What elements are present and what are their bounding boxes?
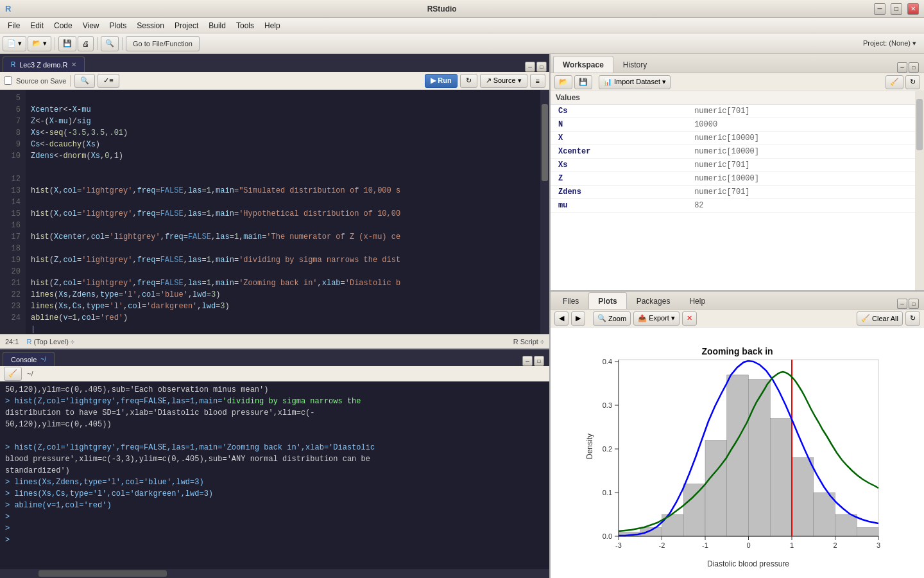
save-icon: 💾 (63, 39, 72, 48)
files-minimize-btn[interactable]: ─ (897, 299, 907, 309)
script-type[interactable]: R Script ÷ (513, 338, 544, 346)
source-button[interactable]: ↗ Source ▾ (480, 74, 527, 88)
editor-panel-controls: ─ □ (525, 62, 547, 72)
new-file-button[interactable]: 📄▾ (3, 36, 26, 51)
plot-back-button[interactable]: ◀ (554, 311, 569, 326)
table-row[interactable]: Zdensnumeric[701] (551, 186, 915, 199)
console-maximize-btn[interactable]: □ (534, 356, 544, 366)
var-type: numeric[701] (687, 105, 915, 118)
editor-options-button[interactable]: ≡ (530, 74, 545, 88)
editor-minimize-btn[interactable]: ─ (525, 62, 535, 72)
open-file-button[interactable]: 📂▾ (28, 36, 51, 51)
plots-tab[interactable]: Plots (588, 292, 626, 309)
files-tab[interactable]: Files (553, 292, 588, 309)
y-label-01: 0.1 (603, 489, 612, 496)
plot-container: Zooming back in (583, 340, 891, 565)
console-working-dir: ~/ (40, 356, 46, 363)
clear-plots-button[interactable]: 🧹 Clear All (857, 311, 903, 326)
editor-maximize-btn[interactable]: □ (536, 62, 547, 72)
var-type: numeric[10000] (687, 145, 915, 159)
project-label[interactable]: Project: (None) ▾ (863, 39, 921, 48)
table-row[interactable]: Xcenternumeric[10000] (551, 145, 915, 159)
workspace-minimize-btn[interactable]: ─ (897, 62, 907, 73)
print-button[interactable]: 🖨 (78, 36, 94, 51)
plot-title: Zooming back in (701, 346, 773, 356)
history-tab[interactable]: History (613, 56, 656, 73)
hist-bar-10 (814, 493, 835, 536)
save-button[interactable]: 💾 (58, 36, 76, 51)
console-line-3: distribution to have SD=1',xlab='Diastol… (5, 407, 544, 419)
workspace-tab[interactable]: Workspace (553, 56, 613, 73)
minimize-button[interactable]: ─ (874, 3, 886, 15)
clear-console-button[interactable]: 🧹 (4, 367, 22, 381)
menu-plots[interactable]: Plots (105, 20, 132, 31)
go-to-file-button[interactable]: Go to File/Function (126, 36, 200, 51)
console-horizontal-scrollbar[interactable] (0, 569, 549, 578)
find-button[interactable]: 🔍 (101, 36, 119, 51)
hist-bar-4 (683, 484, 705, 536)
menu-view[interactable]: View (78, 20, 105, 31)
main-toolbar: 📄▾ 📂▾ 💾 🖨 🔍 Go to File/Function Project:… (0, 33, 924, 54)
line-numbers: 56789 10 121314 1516171819 2021222324 (0, 90, 26, 334)
workspace-panel: Workspace History ─ □ 📂 💾 📊 Import Datas… (551, 54, 924, 292)
editor-scrollbar[interactable] (540, 90, 549, 334)
plot-forward-button[interactable]: ▶ (571, 311, 585, 326)
clear-workspace-button[interactable]: 🧹 (886, 75, 903, 89)
table-row[interactable]: mu82 (551, 199, 915, 213)
workspace-scrollbar[interactable] (915, 91, 924, 290)
save-ws-icon: 💾 (579, 78, 588, 86)
save-workspace-button[interactable]: 💾 (574, 75, 592, 89)
zoom-button[interactable]: 🔍 Zoom (593, 311, 631, 326)
menu-code[interactable]: Code (49, 20, 78, 31)
hist-bar-7 (749, 380, 771, 536)
editor-statusbar: 24:1 R (Top Level) ÷ R Script ÷ (0, 334, 549, 348)
re-run-button[interactable]: ↻ (460, 74, 477, 88)
table-row[interactable]: N10000 (551, 118, 915, 132)
maximize-button[interactable]: □ (891, 3, 902, 15)
table-row[interactable]: Znumeric[10000] (551, 172, 915, 186)
editor-tab-close[interactable]: ✕ (71, 61, 76, 68)
delete-icon: ✕ (687, 314, 692, 322)
spell-check-button[interactable]: ✓≡ (98, 74, 119, 88)
var-type: numeric[10000] (687, 172, 915, 186)
search-button[interactable]: 🔍 (74, 74, 95, 88)
code-content[interactable]: Xcenter<-X-mu Z<-(X-mu)/sig Xs<-seq(-3.5… (26, 90, 540, 334)
refresh-ws-icon: ↻ (910, 78, 916, 86)
menu-tools[interactable]: Tools (231, 20, 259, 31)
var-name: Cs (551, 105, 687, 118)
editor-tab-lec3[interactable]: R Lec3 Z demo.R ✕ (3, 57, 85, 72)
console-hscroll-thumb[interactable] (38, 570, 167, 577)
table-row[interactable]: Xnumeric[10000] (551, 132, 915, 145)
run-button[interactable]: ▶ Run (425, 74, 457, 88)
import-dataset-button[interactable]: 📊 Import Dataset ▾ (599, 75, 671, 89)
console-minimize-btn[interactable]: ─ (522, 356, 533, 366)
load-workspace-button[interactable]: 📂 (554, 75, 572, 89)
menu-edit[interactable]: Edit (25, 20, 49, 31)
menu-help[interactable]: Help (259, 20, 286, 31)
workspace-maximize-btn[interactable]: □ (909, 62, 919, 73)
menu-project[interactable]: Project (169, 20, 203, 31)
table-row[interactable]: Xsnumeric[701] (551, 159, 915, 172)
table-row[interactable]: Csnumeric[701] (551, 105, 915, 118)
packages-tab[interactable]: Packages (627, 292, 680, 309)
var-type: 82 (687, 199, 915, 213)
workspace-scroll-thumb[interactable] (916, 99, 923, 150)
console-tab[interactable]: Console ~/ (3, 352, 55, 366)
x-axis-label: Diastolic blood pressure (707, 559, 789, 568)
x-label-3: 3 (877, 541, 880, 549)
delete-plot-button[interactable]: ✕ (682, 311, 697, 326)
close-button[interactable]: ✕ (907, 3, 919, 15)
menu-build[interactable]: Build (203, 20, 231, 31)
files-maximize-btn[interactable]: □ (909, 299, 919, 309)
editor-scroll-thumb[interactable] (542, 104, 548, 181)
console-content[interactable]: 50,120),ylim=c(0,.405),sub='Each observa… (0, 381, 549, 569)
source-on-save-checkbox[interactable] (4, 76, 12, 85)
menu-file[interactable]: File (3, 20, 25, 31)
main-layout: R Lec3 Z demo.R ✕ ─ □ Source on Save 🔍 ✓… (0, 54, 924, 578)
menu-session[interactable]: Session (132, 20, 169, 31)
refresh-plots-button[interactable]: ↻ (905, 311, 920, 326)
export-button[interactable]: 📤 Export ▾ (633, 311, 680, 326)
help-tab[interactable]: Help (680, 292, 715, 309)
refresh-workspace-button[interactable]: ↻ (905, 75, 920, 89)
var-name: N (551, 118, 687, 132)
